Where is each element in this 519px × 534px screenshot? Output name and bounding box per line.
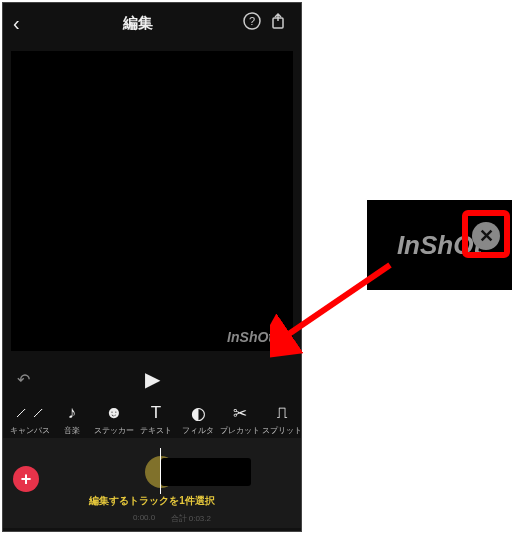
play-button[interactable]: ▶ — [145, 367, 160, 391]
video-clip[interactable] — [161, 458, 251, 486]
text-icon: T — [135, 403, 177, 423]
watermark: InShOt ✕ — [227, 329, 287, 345]
timeline-prompt: 編集するトラックを1件選択 — [3, 494, 301, 508]
playhead-line[interactable] — [160, 448, 161, 494]
tool-label: スプリット — [261, 425, 301, 436]
add-track-button[interactable]: + — [13, 466, 39, 492]
split-icon: ⎍ — [261, 403, 301, 423]
tool-sticker[interactable]: ☻ ステッカー — [93, 403, 135, 436]
tool-bar: ⟋⟋ キャンバス ♪ 音楽 ☻ ステッカー T テキスト ◐ フィルタ ✂ プレ… — [3, 399, 301, 438]
svg-text:?: ? — [249, 15, 255, 27]
tool-split[interactable]: ⎍ スプリット — [261, 403, 301, 436]
highlight-box — [462, 210, 510, 258]
video-preview[interactable]: InShOt ✕ — [11, 51, 293, 351]
sticker-icon: ☻ — [93, 403, 135, 423]
music-icon: ♪ — [51, 403, 93, 423]
timeline[interactable]: + 編集するトラックを1件選択 0:00.0 合計 0:03.2 — [3, 438, 301, 528]
tool-music[interactable]: ♪ 音楽 — [51, 403, 93, 436]
tool-precut[interactable]: ✂ プレカット — [219, 403, 261, 436]
help-icon[interactable]: ? — [239, 11, 265, 36]
share-icon[interactable] — [265, 12, 291, 35]
tool-label: フィルタ — [177, 425, 219, 436]
current-time: 0:00.0 — [133, 513, 155, 524]
page-title: 編集 — [37, 14, 239, 33]
tool-canvas[interactable]: ⟋⟋ キャンバス — [9, 403, 51, 436]
total-time: 合計 0:03.2 — [171, 513, 211, 524]
tool-label: ステッカー — [93, 425, 135, 436]
tool-label: 音楽 — [51, 425, 93, 436]
time-info: 0:00.0 合計 0:03.2 — [3, 513, 301, 524]
play-controls: ↶ ▶ — [3, 359, 301, 399]
tool-label: テキスト — [135, 425, 177, 436]
back-button[interactable]: ‹ — [13, 12, 37, 35]
editor-screen: ‹ 編集 ? InShOt ✕ ↶ ▶ ⟋⟋ キャンバス ♪ 音楽 ☻ ステッカ… — [2, 2, 302, 532]
header-bar: ‹ 編集 ? — [3, 3, 301, 43]
tool-text[interactable]: T テキスト — [135, 403, 177, 436]
tool-label: プレカット — [219, 425, 261, 436]
undo-button[interactable]: ↶ — [17, 370, 30, 389]
watermark-text: InShOt — [227, 329, 273, 345]
scissors-icon: ✂ — [219, 403, 261, 423]
zoom-callout: InShOt ✕ — [367, 200, 512, 290]
filter-icon: ◐ — [177, 403, 219, 423]
tool-filter[interactable]: ◐ フィルタ — [177, 403, 219, 436]
canvas-icon: ⟋⟋ — [9, 403, 51, 423]
remove-watermark-button[interactable]: ✕ — [275, 331, 287, 343]
tool-label: キャンバス — [9, 425, 51, 436]
